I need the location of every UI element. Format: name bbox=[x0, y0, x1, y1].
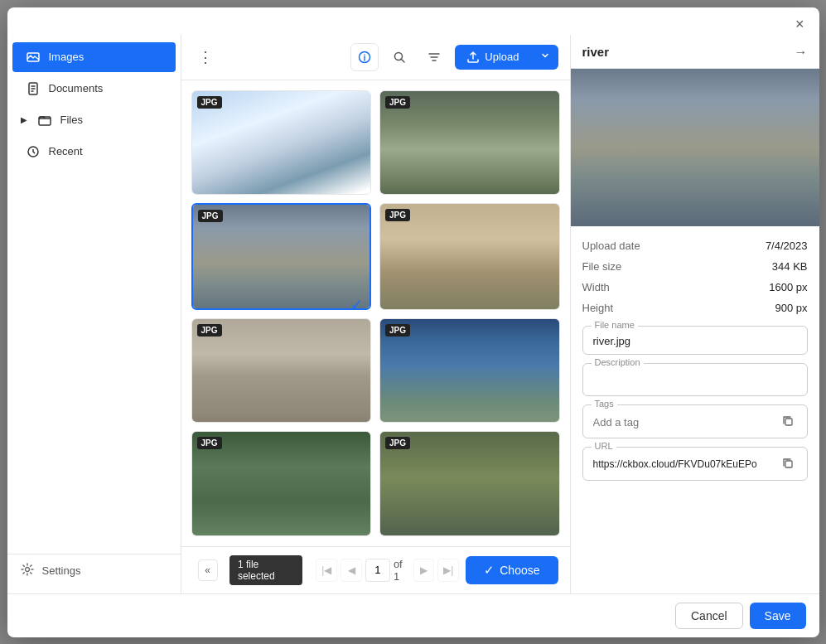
image-thumb-last: JPG bbox=[380, 432, 559, 536]
files-icon bbox=[37, 113, 52, 128]
sidebar-recent-label: Recent bbox=[49, 145, 83, 157]
cancel-button[interactable]: Cancel bbox=[675, 603, 743, 629]
image-card-sky[interactable]: JPG sky is the limit bbox=[191, 90, 372, 196]
pagination: |◀ ◀ of 1 ▶ ▶| bbox=[316, 558, 459, 583]
main-content: ⋮ Upload bbox=[181, 35, 571, 593]
info-button[interactable] bbox=[350, 43, 379, 71]
sidebar-documents-label: Documents bbox=[49, 82, 104, 94]
width-value: 1600 px bbox=[769, 281, 807, 293]
jpg-badge-sky: JPG bbox=[197, 96, 222, 109]
tags-field-label: Tags bbox=[592, 399, 617, 409]
sidebar-images-label: Images bbox=[49, 51, 85, 63]
svg-point-1 bbox=[30, 56, 31, 57]
file-size-row: File size 344 KB bbox=[582, 257, 808, 276]
upload-date-label: Upload date bbox=[582, 240, 640, 252]
page-last-button[interactable]: ▶| bbox=[437, 559, 459, 582]
search-button[interactable] bbox=[385, 43, 413, 71]
file-name-field-label: File name bbox=[592, 320, 638, 330]
sidebar-item-recent[interactable]: Recent bbox=[12, 137, 176, 167]
recent-icon bbox=[26, 144, 41, 159]
url-row: https://ckbox.cloud/FKVDu07kEuEPo bbox=[593, 456, 797, 473]
check-icon-river: ✓ bbox=[350, 296, 363, 310]
height-value: 900 px bbox=[775, 302, 807, 314]
detail-arrow-button[interactable]: → bbox=[795, 45, 808, 60]
width-label: Width bbox=[582, 281, 610, 293]
save-button[interactable]: Save bbox=[750, 603, 806, 629]
close-button[interactable]: × bbox=[790, 14, 809, 35]
images-icon bbox=[26, 50, 41, 65]
image-card-river2[interactable]: JPG river2 bbox=[379, 90, 560, 196]
filter-button[interactable] bbox=[420, 43, 448, 71]
tags-row bbox=[593, 414, 797, 431]
page-input[interactable] bbox=[365, 559, 390, 582]
jpg-badge-last: JPG bbox=[385, 437, 410, 449]
image-thumb-pebbles: JPG bbox=[192, 319, 371, 424]
main-toolbar: ⋮ Upload bbox=[181, 35, 570, 80]
settings-label: Settings bbox=[42, 564, 81, 577]
description-input[interactable] bbox=[593, 372, 797, 389]
selected-badge: 1 file selected bbox=[229, 555, 303, 585]
detail-meta: Upload date 7/4/2023 File size 344 KB Wi… bbox=[571, 226, 819, 317]
svg-point-11 bbox=[364, 54, 365, 56]
svg-point-8 bbox=[25, 567, 29, 571]
image-card-magic-sea[interactable]: JPG magic sea bbox=[379, 318, 560, 424]
settings-icon bbox=[21, 563, 34, 579]
sidebar-files-label: Files bbox=[60, 114, 83, 126]
sidebar-item-images[interactable]: Images bbox=[12, 42, 176, 72]
tags-copy-button[interactable] bbox=[779, 414, 797, 431]
file-name-field: File name river.jpg bbox=[582, 326, 808, 355]
image-card-railway[interactable]: JPG railway bbox=[379, 203, 560, 310]
svg-rect-18 bbox=[785, 461, 792, 467]
choose-check-icon: ✓ bbox=[484, 563, 495, 578]
sidebar-spacer bbox=[7, 167, 181, 554]
file-manager-dialog: × Images Documents ▶ Files bbox=[7, 7, 819, 637]
detail-title: river bbox=[582, 45, 610, 59]
image-card-river[interactable]: JPG ✓ river ✓ bbox=[191, 203, 372, 310]
detail-panel: river → Upload date 7/4/2023 File size 3… bbox=[571, 35, 819, 593]
image-thumb-river: JPG ✓ bbox=[193, 205, 370, 310]
image-card-last[interactable]: JPG bbox=[379, 431, 560, 536]
detail-header: river → bbox=[571, 35, 819, 69]
choose-button[interactable]: ✓ Choose bbox=[466, 556, 558, 584]
page-of-label: of 1 bbox=[394, 558, 410, 583]
more-options-button[interactable]: ⋮ bbox=[193, 45, 218, 70]
image-grid: JPG sky is the limit JPG river2 bbox=[181, 80, 570, 546]
detail-preview-image bbox=[571, 69, 819, 226]
tags-input[interactable] bbox=[593, 414, 779, 430]
height-row: Height 900 px bbox=[582, 298, 808, 317]
description-field: Description bbox=[582, 363, 808, 396]
choose-label: Choose bbox=[500, 564, 539, 577]
upload-dropdown-button[interactable] bbox=[532, 45, 558, 69]
jpg-badge-magic-sea: JPG bbox=[385, 324, 410, 337]
file-size-label: File size bbox=[582, 260, 622, 273]
image-thumb-magic-sea: JPG bbox=[380, 319, 559, 424]
file-name-value: river.jpg bbox=[593, 335, 631, 347]
jpg-badge-pebbles: JPG bbox=[197, 324, 222, 337]
upload-button[interactable]: Upload bbox=[455, 45, 558, 70]
page-prev-button[interactable]: ◀ bbox=[341, 559, 362, 582]
image-thumb-river2: JPG bbox=[380, 91, 559, 196]
url-value: https://ckbox.cloud/FKVDu07kEuEPo bbox=[593, 458, 779, 470]
height-label: Height bbox=[582, 302, 614, 314]
dialog-body: Images Documents ▶ Files Recent bbox=[7, 35, 819, 593]
upload-button-main[interactable]: Upload bbox=[455, 45, 530, 70]
sidebar-item-files[interactable]: ▶ Files bbox=[12, 105, 176, 135]
page-next-button[interactable]: ▶ bbox=[413, 559, 435, 582]
upload-date-value: 7/4/2023 bbox=[766, 240, 808, 252]
tags-field: Tags bbox=[582, 404, 808, 438]
image-card-pebbles[interactable]: JPG pebbles bbox=[191, 318, 372, 424]
page-first-button[interactable]: |◀ bbox=[316, 559, 337, 582]
url-copy-button[interactable] bbox=[779, 456, 797, 473]
main-footer: « 1 file selected |◀ ◀ of 1 ▶ ▶| ✓ Choos… bbox=[181, 546, 570, 593]
image-thumb-sky: JPG bbox=[192, 91, 371, 196]
sidebar-item-documents[interactable]: Documents bbox=[12, 74, 176, 104]
svg-line-13 bbox=[401, 59, 404, 62]
collapse-sidebar-button[interactable]: « bbox=[198, 559, 218, 581]
image-card-path[interactable]: JPG bbox=[191, 431, 372, 536]
sidebar-settings[interactable]: Settings bbox=[7, 554, 181, 587]
image-thumb-path: JPG bbox=[192, 432, 371, 536]
url-field-label: URL bbox=[592, 441, 616, 451]
upload-label: Upload bbox=[485, 51, 519, 63]
image-thumb-railway: JPG bbox=[380, 204, 559, 310]
upload-date-row: Upload date 7/4/2023 bbox=[582, 236, 808, 255]
